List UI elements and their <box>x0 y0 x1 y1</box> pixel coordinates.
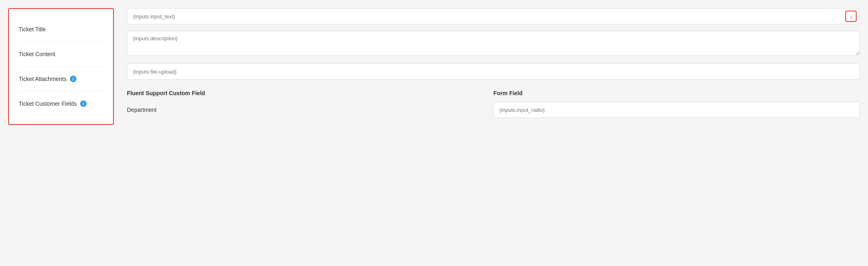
ticket-content-label: Ticket Content <box>19 51 55 57</box>
left-panel-item-ticket-customer-fields[interactable]: Ticket Customer Fieldsi <box>19 91 103 116</box>
input-text-wrapper: ⌄ <box>127 8 860 24</box>
description-row <box>127 31 860 57</box>
right-content: ⌄ Input Options Namenames[First Name]nam… <box>114 8 860 125</box>
left-panel-item-ticket-content[interactable]: Ticket Content <box>19 41 103 66</box>
department-value-wrapper <box>493 102 860 118</box>
custom-field-header: Fluent Support Custom Field Form Field <box>127 89 860 97</box>
chevron-down-button[interactable]: ⌄ <box>845 11 857 22</box>
main-container: Ticket TitleTicket ContentTicket Attachm… <box>8 8 860 125</box>
file-upload-field[interactable] <box>127 63 860 80</box>
custom-field-row-department: Department <box>127 102 860 118</box>
chevron-down-icon: ⌄ <box>849 13 853 19</box>
custom-field-section: Fluent Support Custom Field Form Field D… <box>127 89 860 118</box>
input-text-row: ⌄ Input Options Namenames[First Name]nam… <box>127 8 860 24</box>
department-input[interactable] <box>493 102 860 118</box>
ticket-attachments-info-icon[interactable]: i <box>70 76 76 82</box>
left-panel: Ticket TitleTicket ContentTicket Attachm… <box>8 8 114 125</box>
ticket-attachments-label: Ticket Attachments <box>19 76 67 82</box>
file-upload-row <box>127 63 860 80</box>
description-wrapper <box>127 31 860 57</box>
custom-field-col2: Form Field <box>493 89 860 97</box>
ticket-customer-fields-info-icon[interactable]: i <box>80 100 87 107</box>
input-text-field[interactable] <box>127 8 860 24</box>
description-field[interactable] <box>127 31 860 55</box>
ticket-title-label: Ticket Title <box>19 26 46 33</box>
custom-field-col1: Fluent Support Custom Field <box>127 89 493 97</box>
col1-label: Fluent Support Custom Field <box>127 90 205 96</box>
col2-label: Form Field <box>493 90 523 96</box>
department-label: Department <box>127 107 493 113</box>
left-panel-item-ticket-title[interactable]: Ticket Title <box>19 17 103 41</box>
ticket-customer-fields-label: Ticket Customer Fields <box>19 100 77 107</box>
left-panel-item-ticket-attachments[interactable]: Ticket Attachmentsi <box>19 66 103 91</box>
